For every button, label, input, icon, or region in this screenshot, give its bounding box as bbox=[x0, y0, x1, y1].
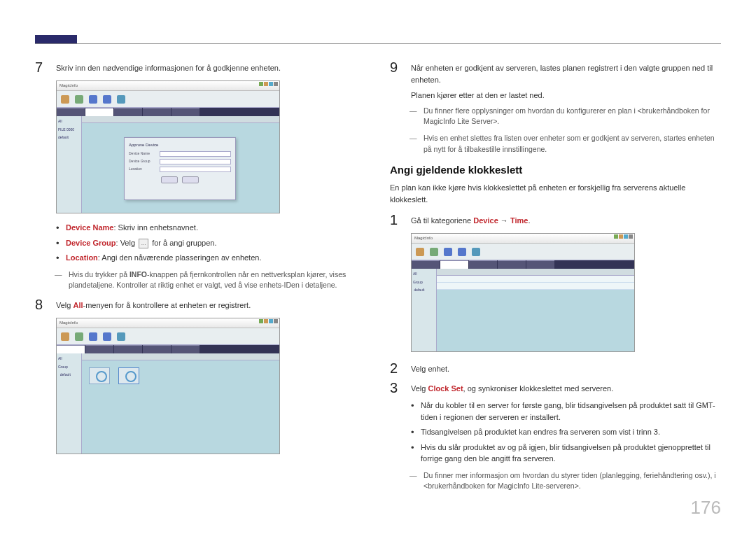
step-number: 1 bbox=[390, 212, 402, 227]
label-device-name: Device Name bbox=[66, 223, 114, 232]
field-device-name: Device Name bbox=[129, 151, 157, 157]
app-logo: MagicInfo bbox=[59, 320, 78, 326]
screenshot-all-devices: MagicInfo AllGroup default bbox=[56, 318, 280, 454]
note-manual-ref: Du finner flere opplysninger om hvordan … bbox=[410, 106, 721, 128]
step-9: 9 Når enheten er godkjent av serveren, l… bbox=[390, 59, 721, 101]
step-number: 3 bbox=[390, 380, 402, 395]
step-7: 7 Skriv inn den nødvendige informasjonen… bbox=[35, 59, 366, 75]
step-2: 2 Velg enhet. bbox=[390, 360, 721, 376]
bullet-gmt: Når du kobler til en server for første g… bbox=[411, 400, 721, 423]
field-location: Location bbox=[129, 167, 157, 172]
label-location: Location bbox=[66, 253, 98, 262]
section-intro: En plan kan ikke kjøre hvis klokkeslette… bbox=[390, 182, 721, 205]
screenshot-device-time: MagicInfo AllGroup default bbox=[411, 233, 635, 352]
text-device-name: : Skriv inn enhetsnavnet. bbox=[114, 223, 198, 232]
step-1: 1 Gå til kategoriene Device → Time. bbox=[390, 212, 721, 227]
time-category: Time bbox=[510, 216, 528, 225]
step-8: 8 Velg All-menyen for å kontrollere at e… bbox=[35, 297, 366, 312]
all-menu: All bbox=[73, 301, 83, 309]
info-bold: INFO bbox=[130, 270, 147, 279]
step-3-text: Velg Clock Set, og synkroniser klokkesle… bbox=[411, 380, 721, 395]
step-number: 9 bbox=[390, 59, 402, 101]
text-device-group-b: for å angi gruppen. bbox=[150, 239, 216, 247]
end-bullets: Når du kobler til en server for første g… bbox=[411, 400, 721, 465]
cancel-button[interactable] bbox=[182, 176, 199, 183]
step-2-text: Velg enhet. bbox=[411, 360, 721, 376]
step-7-text: Skriv inn den nødvendige informasjonen f… bbox=[56, 59, 366, 75]
step-number: 7 bbox=[35, 59, 48, 75]
dialog-title: Approve Device bbox=[129, 142, 231, 148]
label-device-group: Device Group bbox=[66, 239, 116, 247]
note-device-delete: Hvis en enhet slettes fra listen over en… bbox=[410, 133, 721, 155]
device-category: Device bbox=[473, 216, 498, 225]
note-time-manual: Du finner mer informasjon om hvordan du … bbox=[410, 470, 721, 493]
ok-button[interactable] bbox=[161, 176, 178, 183]
app-logo: MagicInfo bbox=[59, 83, 78, 89]
screenshot-approve-device: MagicInfo AllFILE 0000default Approve De… bbox=[56, 80, 280, 213]
step-number: 8 bbox=[35, 297, 48, 312]
step9-line2: Planen kjører etter at den er lastet ned… bbox=[411, 90, 721, 101]
app-logo: MagicInfo bbox=[414, 235, 433, 241]
approve-dialog: Approve Device Device Name Device Group … bbox=[124, 137, 236, 200]
note-info-button: Hvis du trykker på INFO-knappen på fjern… bbox=[55, 269, 366, 292]
left-column: 7 Skriv inn den nødvendige informasjonen… bbox=[35, 59, 366, 498]
step-8-text: Velg All-menyen for å kontrollere at enh… bbox=[56, 297, 366, 312]
text-device-group-a: : Velg bbox=[116, 239, 138, 247]
step-1-text: Gå til kategoriene Device → Time. bbox=[411, 212, 721, 227]
step-9-text: Når enheten er godkjent av serveren, las… bbox=[411, 59, 721, 101]
nav-block bbox=[35, 35, 77, 43]
bullet-device-group: Device Group: Velg ... for å angi gruppe… bbox=[56, 237, 366, 249]
step7-bullets: Device Name: Skriv inn enhetsnavnet. Dev… bbox=[56, 222, 366, 264]
step-number: 2 bbox=[390, 360, 402, 376]
bullet-power-cycle: Hvis du slår produktet av og på igjen, b… bbox=[411, 442, 721, 465]
step-3: 3 Velg Clock Set, og synkroniser klokkes… bbox=[390, 380, 721, 395]
right-column: 9 Når enheten er godkjent av serveren, l… bbox=[390, 59, 721, 498]
section-title: Angi gjeldende klokkeslett bbox=[390, 162, 721, 178]
browse-icon: ... bbox=[139, 239, 148, 248]
top-rule bbox=[35, 43, 721, 44]
step9-line1: Når enheten er godkjent av serveren, las… bbox=[411, 62, 721, 85]
field-device-group: Device Group bbox=[129, 159, 157, 164]
bullet-device-name: Device Name: Skriv inn enhetsnavnet. bbox=[56, 222, 366, 234]
clock-set: Clock Set bbox=[428, 384, 463, 393]
page-number: 176 bbox=[691, 494, 721, 521]
bullet-location: Location: Angi den nåværende plasseringe… bbox=[56, 252, 366, 264]
text-location: : Angi den nåværende plasseringen av enh… bbox=[98, 253, 262, 262]
bullet-change-time: Tidsangivelsen på produktet kan endres f… bbox=[411, 426, 721, 438]
